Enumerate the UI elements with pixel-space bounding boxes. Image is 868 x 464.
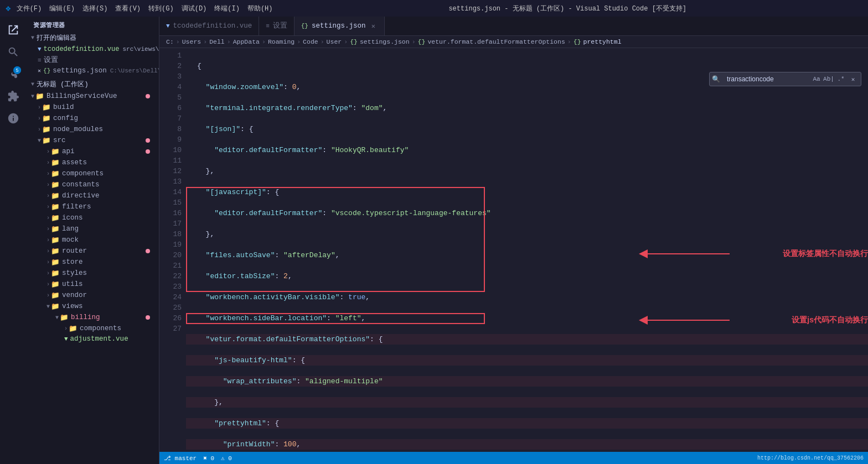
open-file-settings-gui[interactable]: ≡ 设置 (27, 54, 159, 66)
folder-icon: 📁 (42, 136, 51, 145)
folder-name: vendor (62, 291, 87, 299)
sidebar: 资源管理器 ▼ 打开的编辑器 ▼ tcodedefinition.vue src… (27, 17, 159, 464)
list-tab-icon: ≡ (266, 23, 270, 29)
breadcrumb: C: › Users › Dell › AppData › Roaming › … (159, 36, 868, 48)
code-line-5: "editor.defaultFormatter": "HookyQR.beau… (186, 145, 868, 155)
modified-badge (146, 138, 150, 143)
folder-name: views (62, 303, 83, 310)
tab-tcode[interactable]: ▼ tcodedefinition.vue (159, 17, 259, 35)
modified-badge (146, 149, 150, 154)
menu-bar[interactable]: 文件(F) 编辑(E) 选择(S) 查看(V) 转到(G) 调试(D) 终端(I… (17, 4, 273, 13)
folder-router[interactable]: › 📁 router (27, 246, 159, 257)
folder-icon: 📁 (51, 236, 60, 244)
folder-styles[interactable]: › 📁 styles (27, 268, 159, 279)
activity-explorer[interactable] (4, 21, 22, 39)
open-file-settings-json[interactable]: ✕ {} settings.json C:\Users\Dell\AppData… (27, 66, 159, 76)
folder-store[interactable]: › 📁 store (27, 257, 159, 268)
code-line-6: }, (186, 166, 868, 176)
code-line-14: "vetur.format.defaultFormatterOptions": … (186, 334, 868, 345)
match-case-button[interactable]: Aa (811, 74, 822, 85)
search-input[interactable] (722, 75, 811, 83)
tab-settings-json[interactable]: {} settings.json ✕ (294, 17, 385, 35)
close-search-button[interactable]: ✕ (848, 74, 859, 85)
activity-source-control[interactable]: 5 (4, 65, 22, 83)
open-editors-header[interactable]: ▼ 打开的编辑器 (27, 32, 159, 44)
breadcrumb-settings-json: settings.json (360, 38, 410, 45)
folder-icon: 📁 (51, 158, 60, 167)
close-icon[interactable]: ✕ (38, 67, 41, 74)
json-icon: {} (43, 67, 50, 74)
modified-badge (146, 249, 150, 253)
folder-api[interactable]: › 📁 api (27, 146, 159, 157)
file-name: adjustment.vue (70, 335, 128, 343)
breadcrumb-roaming: Roaming (268, 38, 294, 45)
folder-directive[interactable]: › 📁 directive (27, 190, 159, 201)
code-line-19: "printWidth": 100, (186, 439, 868, 450)
activity-debug[interactable] (4, 110, 22, 127)
json-breadcrumb-icon: {} (350, 38, 358, 45)
folder-node-modules[interactable]: › 📁 node_modules (27, 124, 159, 135)
editor[interactable]: 12345 678910 1112131415 1617181920 21222… (159, 48, 868, 452)
menu-help[interactable]: 帮助(H) (247, 4, 273, 13)
status-bar: ⎇ master ✖ 0 ⚠ 0 http://blog.csdn.net/qq… (159, 452, 868, 464)
folder-filters[interactable]: › 📁 filters (27, 201, 159, 212)
workspace-header[interactable]: ▼ 无标题 (工作区) (27, 78, 159, 91)
folder-lang[interactable]: › 📁 lang (27, 223, 159, 234)
line-numbers: 12345 678910 1112131415 1617181920 21222… (159, 48, 186, 452)
folder-mock[interactable]: › 📁 mock (27, 234, 159, 246)
regex-button[interactable]: .* (835, 74, 846, 85)
menu-view[interactable]: 查看(V) (115, 4, 141, 13)
chevron-right-icon: › (46, 226, 50, 232)
menu-select[interactable]: 选择(S) (82, 4, 108, 13)
chevron-right-icon: › (46, 171, 50, 177)
folder-icons[interactable]: › 📁 icons (27, 212, 159, 223)
folder-billing[interactable]: ▼ 📁 billing (27, 312, 159, 323)
chevron-right-icon: › (46, 149, 50, 155)
folder-components[interactable]: › 📁 components (27, 168, 159, 179)
folder-utils[interactable]: › 📁 utils (27, 279, 159, 290)
menu-terminal[interactable]: 终端(I) (214, 4, 240, 13)
folder-name: components (62, 170, 104, 178)
folder-icon: 📁 (51, 258, 60, 267)
folder-billing-service-vue[interactable]: ▼ 📁 BillingServiceVue (27, 91, 159, 102)
folder-views[interactable]: ▼ 📁 views (27, 301, 159, 312)
match-word-button[interactable]: Ab| (823, 74, 834, 85)
folder-name: billing (71, 314, 100, 321)
folder-build[interactable]: › 📁 build (27, 102, 159, 113)
activity-search[interactable] (4, 43, 22, 61)
folder-config[interactable]: › 📁 config (27, 113, 159, 124)
code-line-9: }, (186, 229, 868, 239)
breadcrumb-user: User (327, 38, 342, 45)
chevron-down-icon: ▼ (31, 35, 34, 41)
code-content: { "window.zoomLevel": 0, "terminal.integ… (186, 48, 868, 452)
breadcrumb-prettyhtml: prettyhtml (583, 38, 622, 45)
folder-icon: 📁 (51, 213, 60, 222)
json-crumb-icon3: {} (574, 38, 581, 45)
folder-constants[interactable]: › 📁 constants (27, 179, 159, 190)
chevron-right-icon: › (46, 259, 50, 265)
folder-icon: 📁 (51, 169, 60, 178)
json-crumb-icon2: {} (418, 38, 426, 45)
folder-icon: 📁 (60, 313, 69, 322)
code-line-13: "workbench.sideBar.location": "left", (186, 313, 868, 324)
search-bar[interactable]: 🔍 Aa Ab| .* ✕ (709, 72, 861, 86)
menu-file[interactable]: 文件(F) (17, 4, 42, 13)
menu-debug[interactable]: 调试(D) (182, 4, 207, 13)
git-branch[interactable]: ⎇ master (164, 455, 197, 462)
activity-extensions[interactable] (4, 87, 22, 105)
code-area[interactable]: 12345 678910 1112131415 1617181920 21222… (159, 48, 868, 452)
tab-close-button[interactable]: ✕ (369, 22, 378, 30)
folder-assets[interactable]: › 📁 assets (27, 157, 159, 168)
file-adjustment-vue[interactable]: ▼ adjustment.vue (27, 334, 159, 344)
folder-src[interactable]: ▼ 📁 src (27, 135, 159, 146)
tab-settings-gui[interactable]: ≡ 设置 (259, 17, 294, 35)
folder-icon: 📁 (51, 147, 60, 156)
code-line-17: }, (186, 397, 868, 408)
menu-edit[interactable]: 编辑(E) (49, 4, 75, 13)
open-file-tcode[interactable]: ▼ tcodedefinition.vue src\views\billing … (27, 44, 159, 54)
folder-billing-components[interactable]: › 📁 components (27, 323, 159, 334)
folder-vendor[interactable]: › 📁 vendor (27, 290, 159, 301)
folder-name: router (62, 247, 87, 255)
menu-goto[interactable]: 转到(G) (148, 4, 174, 13)
folder-name: components (80, 325, 121, 332)
